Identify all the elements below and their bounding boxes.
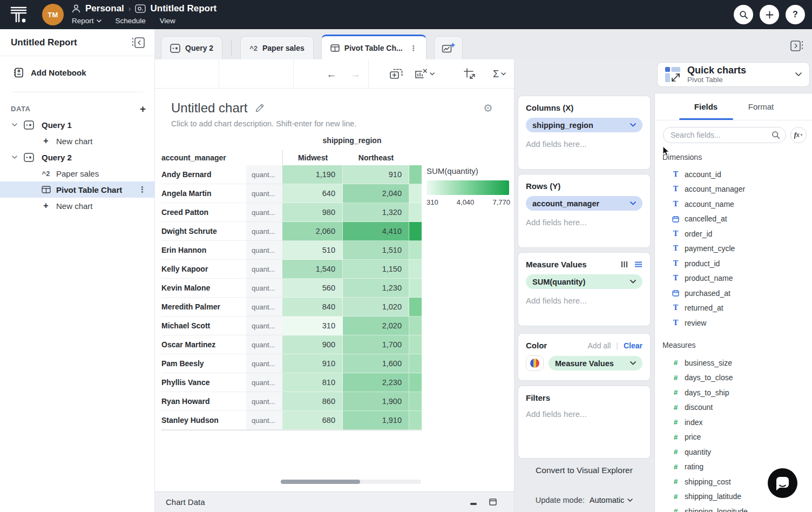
menu-view[interactable]: View [160, 17, 175, 25]
rows-layout-icon[interactable] [634, 261, 642, 268]
chart-description-placeholder[interactable]: Click to add chart description. Shift-en… [171, 119, 356, 128]
measure-field-shipping-longitude[interactable]: #shipping_longitude [655, 504, 812, 512]
pivot-value-cell[interactable]: 2,020 [343, 316, 409, 335]
pivot-value-cell[interactable]: 1,700 [343, 335, 409, 354]
search-button[interactable] [734, 5, 753, 24]
chevron-down-icon[interactable] [12, 156, 19, 159]
quick-charts-selector[interactable]: Quick charts Pivot Table [657, 62, 810, 87]
kebab-menu-icon[interactable]: ⋮ [410, 44, 417, 52]
search-fields-box[interactable] [663, 127, 786, 143]
scrollbar-thumb[interactable] [281, 480, 360, 484]
chart-title[interactable]: Untitled chart [171, 100, 247, 116]
breadcrumb-report[interactable]: Untitled Report [150, 3, 216, 14]
pivot-value-cell[interactable]: 640 [282, 184, 343, 203]
remove-chart-button[interactable] [412, 66, 437, 82]
color-field-pill-measure-values[interactable]: Measure Values [549, 356, 642, 370]
undo-back-button[interactable]: ← [323, 66, 340, 82]
chart-settings-gear-icon[interactable]: ⚙ [483, 102, 493, 114]
sidebar-item-query-2[interactable]: Query 2 [0, 149, 155, 165]
pivot-partial-cell[interactable] [409, 335, 422, 354]
edit-title-pencil-icon[interactable] [255, 103, 265, 113]
chart-data-label[interactable]: Chart Data [166, 497, 205, 507]
sidebar-item-pivot-table-chart[interactable]: Pivot Table Chart⋮ [0, 181, 155, 198]
update-mode-dropdown[interactable]: Automatic [590, 496, 633, 504]
measure-field-discount[interactable]: #discount [655, 400, 812, 415]
sidebar-item-new-chart[interactable]: +New chart [0, 198, 155, 214]
pivot-partial-cell[interactable] [409, 279, 422, 298]
color-clear-link[interactable]: Clear [624, 341, 642, 350]
tab-paper-sales[interactable]: ^2Paper sales [240, 36, 314, 59]
collapse-left-panel-icon[interactable] [131, 36, 146, 49]
sidebar-item-new-chart[interactable]: +New chart [0, 133, 155, 149]
dimension-field-account-manager[interactable]: Taccount_manager [655, 182, 812, 197]
pivot-value-cell[interactable]: 1,230 [343, 279, 409, 298]
field-pill-sum-quantity[interactable]: SUM(quantity) [526, 274, 642, 289]
menu-schedule[interactable]: Schedule [116, 17, 146, 25]
menu-report[interactable]: Report [72, 17, 102, 25]
tab-query-2[interactable]: Query 2 [161, 36, 222, 59]
pivot-partial-cell[interactable] [409, 260, 422, 279]
add-data-button[interactable]: + [140, 104, 146, 114]
dimension-field-returned-at[interactable]: Treturned_at [655, 301, 812, 316]
measure-field-price[interactable]: #price [655, 430, 812, 445]
chevron-down-icon[interactable] [12, 123, 19, 126]
pivot-value-cell[interactable]: 1,190 [282, 165, 343, 184]
dimension-field-review[interactable]: Treview [655, 315, 812, 331]
color-add-all-link[interactable]: Add all [588, 341, 611, 350]
pivot-value-cell[interactable]: 910 [282, 354, 343, 373]
pivot-value-cell[interactable]: 4,410 [343, 222, 409, 241]
pivot-value-cell[interactable]: 310 [282, 316, 343, 335]
pivot-value-cell[interactable]: 1,600 [343, 354, 409, 373]
add-field-card-button[interactable] [387, 66, 405, 82]
minimize-panel-icon[interactable] [470, 499, 477, 506]
pivot-partial-cell[interactable] [409, 316, 422, 335]
dimension-field-product-name[interactable]: Tproduct_name [655, 271, 812, 286]
measure-field-days-to-ship[interactable]: #days_to_ship [655, 385, 812, 400]
sidebar-item-paper-sales[interactable]: ^2Paper sales [0, 165, 155, 181]
pivot-value-cell[interactable]: 1,320 [343, 203, 409, 222]
pivot-value-cell[interactable]: 1,020 [343, 298, 409, 316]
pivot-partial-cell[interactable] [409, 298, 422, 316]
pivot-value-cell[interactable]: 840 [282, 298, 343, 316]
dimension-field-payment-cycle[interactable]: Tpayment_cycle [655, 241, 812, 257]
maximize-panel-icon[interactable] [489, 498, 497, 506]
dimension-field-product-id[interactable]: Tproduct_id [655, 256, 812, 271]
pivot-partial-cell[interactable] [409, 354, 422, 373]
pivot-partial-cell[interactable] [409, 203, 422, 222]
pivot-value-cell[interactable]: 2,060 [282, 222, 343, 241]
pivot-partial-cell[interactable] [409, 373, 422, 392]
dimension-field-account-id[interactable]: Taccount_id [655, 167, 812, 182]
tab-format[interactable]: Format [734, 93, 788, 120]
columns-layout-icon[interactable] [621, 261, 628, 268]
transpose-pivot-button[interactable] [461, 66, 479, 82]
new-chart-tab-button[interactable] [434, 36, 463, 59]
pivot-partial-cell[interactable] [409, 222, 422, 241]
pivot-partial-cell[interactable] [409, 392, 422, 411]
dimension-field-purchased-at[interactable]: purchased_at [655, 286, 812, 301]
pivot-value-cell[interactable]: 1,910 [343, 411, 409, 430]
brand-logo-icon[interactable] [10, 6, 29, 23]
pivot-value-cell[interactable]: 900 [282, 335, 343, 354]
add-button[interactable] [760, 5, 779, 24]
pivot-partial-cell[interactable] [409, 241, 422, 260]
color-palette-icon[interactable] [526, 355, 544, 371]
dimension-field-cancelled-at[interactable]: cancelled_at [655, 212, 812, 227]
pivot-value-cell[interactable]: 1,150 [343, 260, 409, 279]
horizontal-scrollbar[interactable] [281, 480, 421, 484]
pivot-value-cell[interactable]: 2,040 [343, 184, 409, 203]
pivot-value-cell[interactable]: 860 [282, 392, 343, 411]
convert-to-visual-explorer-link[interactable]: Convert to Visual Explorer [514, 466, 654, 475]
pivot-value-cell[interactable]: 980 [282, 203, 343, 222]
pivot-value-cell[interactable]: 1,510 [343, 241, 409, 260]
measure-field-index[interactable]: #index [655, 415, 812, 430]
help-button[interactable]: ? [786, 5, 805, 24]
kebab-menu-icon[interactable]: ⋮ [138, 185, 146, 194]
measure-field-quantity[interactable]: #quantity [655, 444, 812, 460]
search-fields-input[interactable] [671, 131, 772, 139]
collapse-right-panel-icon[interactable] [789, 39, 804, 52]
dimension-field-order-id[interactable]: Torder_id [655, 226, 812, 241]
pivot-value-cell[interactable]: 560 [282, 279, 343, 298]
pivot-partial-cell[interactable] [409, 411, 422, 430]
field-pill-shipping-region[interactable]: shipping_region [526, 118, 642, 132]
tab-pivot-table-ch[interactable]: Pivot Table Ch...⋮ [321, 35, 427, 59]
